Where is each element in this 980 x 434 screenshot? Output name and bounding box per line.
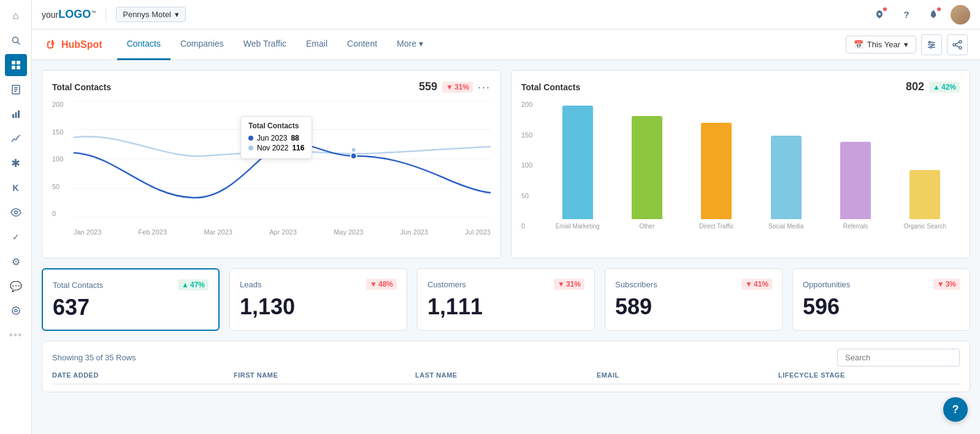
secondary-nav: HubSpot Contacts Companies Web Traffic E… [32,29,980,60]
sidebar-icon-contacts[interactable] [5,79,27,101]
bar-social-media [771,136,802,220]
sidebar-icon-tools[interactable]: ✱ [5,152,27,174]
bar-chart-change: ▲ 42% [929,82,960,93]
notification-nav-button[interactable] [924,5,943,25]
metrics-row: Total Contacts ▲ 47% 637 Leads ▼ 48% 1,1… [42,268,970,331]
sidebar-icon-settings[interactable]: ⚙ [5,250,27,273]
bar-label-social-media: Social Media [768,223,803,230]
date-filter-label: This Year [867,40,900,49]
line-chart-x-labels: Jan 2023 Feb 2023 Mar 2023 Apr 2023 May … [74,219,491,236]
bar-email-marketing [562,106,593,219]
down-arrow-icon-4: ▼ [745,280,752,289]
line-chart-more-button[interactable]: ··· [478,82,491,93]
sidebar-icon-search[interactable] [5,29,27,52]
metric-card-subscribers: Subscribers ▼ 41% 589 [605,268,783,331]
tooltip-label-2: Nov 2022 [257,144,288,152]
sidebar-icon-more[interactable]: ••• [5,324,27,346]
table-column-headers: DATE ADDED FIRST NAME LAST NAME EMAIL LI… [52,371,960,384]
col-header-lifecycle: LIFECYCLE STAGE [778,371,960,379]
table-search-input[interactable] [837,349,960,366]
bar-chart-y-labels: 200150100500 [521,101,541,230]
svg-point-22 [929,41,931,43]
down-arrow-icon-3: ▼ [557,280,565,289]
sidebar-icon-home[interactable]: ⌂ [5,5,27,27]
bar-organic-search [909,170,940,219]
metric-value-customers: 1,111 [427,295,584,319]
sidebar-icon-activity[interactable] [5,300,27,322]
svg-point-25 [959,41,962,43]
line-chart-container: 200150100500 [52,101,491,236]
bar-chart-card: Total Contacts 802 ▲ 42% 200150100500 [511,70,970,258]
rocket-nav-button[interactable] [870,5,889,25]
tooltip-title: Total Contacts [248,122,304,130]
metric-header-total-contacts: Total Contacts ▲ 47% [53,279,209,290]
tab-web-traffic[interactable]: Web Traffic [234,29,296,60]
svg-point-16 [878,13,881,15]
bar-group-email-marketing: Email Marketing [543,101,612,230]
logo-text: yourLOGO™ [42,8,96,21]
down-arrow-icon-5: ▼ [937,280,944,289]
chart-tooltip: Total Contacts Jun 2023 88 Nov 2022 116 [240,116,312,159]
tooltip-dot-2 [248,145,253,150]
up-arrow-icon-2: ▲ [182,281,189,289]
table-section: Showing 35 of 35 Rows DATE ADDED FIRST N… [42,341,970,392]
metric-change-opportunities: ▼ 3% [933,279,960,290]
customize-button[interactable] [921,34,942,55]
metric-card-leads: Leads ▼ 48% 1,130 [229,268,407,331]
tab-more[interactable]: More ▾ [387,29,433,60]
tooltip-dot-1 [248,136,253,141]
date-picker-button[interactable]: 📅 This Year ▾ [846,36,916,53]
user-avatar[interactable] [951,5,970,25]
svg-point-13 [14,211,17,214]
bar-group-social-media: Social Media [751,101,821,230]
share-button[interactable] [947,34,968,55]
svg-rect-3 [17,61,20,64]
sidebar-icon-dashboard[interactable] [5,54,27,76]
sidebar-icon-analytics[interactable] [5,103,27,125]
line-chart-title: Total Contacts [52,82,111,92]
svg-rect-10 [12,114,14,118]
svg-point-15 [15,309,17,312]
nav-right: ? [870,5,970,25]
tab-email[interactable]: Email [296,29,337,60]
nav-actions: 📅 This Year ▾ [846,34,968,55]
metric-value-opportunities: 596 [803,295,960,319]
sidebar-icon-chat[interactable]: 💬 [5,275,27,297]
svg-point-26 [953,44,955,46]
help-nav-button[interactable]: ? [897,5,916,25]
svg-line-1 [17,42,20,45]
line-chart-area: Total Contacts Jun 2023 88 Nov 2022 116 [74,101,491,217]
sidebar-icon-integrations[interactable]: K [5,177,27,199]
bar-chart-value: 802 [906,80,924,93]
tab-content[interactable]: Content [337,29,387,60]
tab-companies[interactable]: Companies [170,29,234,60]
sidebar-icon-crm[interactable] [5,201,27,223]
nav-tabs: Contacts Companies Web Traffic Email Con… [117,29,846,60]
line-chart-stats: 559 ▼ 31% ··· [419,80,491,93]
date-chevron-icon: ▾ [904,40,908,49]
chat-help-icon: ? [952,403,959,416]
metric-card-total-contacts: Total Contacts ▲ 47% 637 [42,268,220,331]
more-chevron-icon: ▾ [419,39,423,48]
metric-header-opportunities: Opportunities ▼ 3% [803,279,960,290]
tooltip-row-1: Jun 2023 88 [248,134,304,142]
sidebar-icon-reports[interactable] [5,128,27,150]
line-chart-value: 559 [419,80,437,93]
svg-rect-2 [12,61,15,64]
help-chat-button[interactable]: ? [943,397,968,422]
tooltip-label-1: Jun 2023 [257,134,287,142]
svg-point-35 [351,153,357,159]
logo-area: yourLOGO™ [42,8,106,21]
company-selector[interactable]: Pennys Motel ▾ [116,7,186,22]
svg-line-29 [955,45,959,47]
logo-brand: LOGO [58,8,91,20]
metric-value-subscribers: 589 [615,295,772,319]
metric-card-opportunities: Opportunities ▼ 3% 596 [792,268,970,331]
metric-header-leads: Leads ▼ 48% [240,279,397,290]
tooltip-value-2: 116 [292,144,304,152]
metric-header-customers: Customers ▼ 31% [427,279,584,290]
bar-label-referrals: Referrals [843,223,868,230]
sidebar-icon-tasks[interactable]: ✓ [5,226,27,248]
svg-rect-17 [932,17,935,18]
tab-contacts[interactable]: Contacts [117,29,170,60]
